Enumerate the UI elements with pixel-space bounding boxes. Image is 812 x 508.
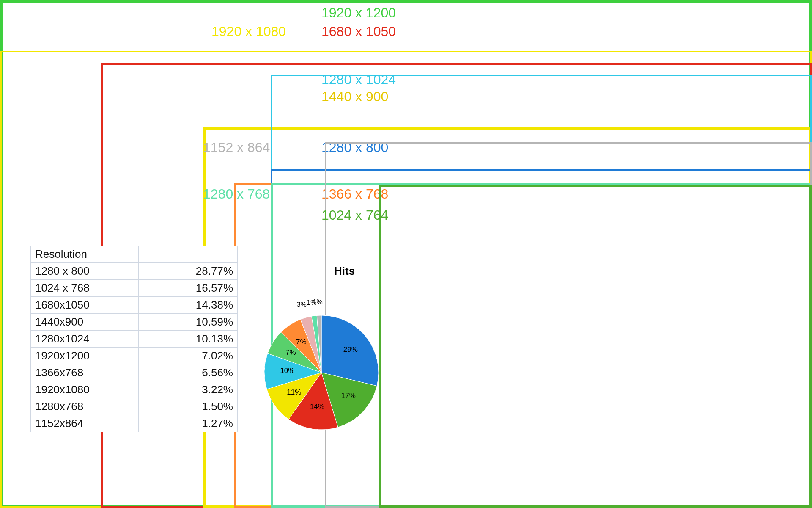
table-row: 1920x1080 3.22%: [31, 381, 238, 398]
pie-slice-label: 7%: [285, 348, 296, 357]
box-1680x1050-label: 1680 x 1050: [321, 24, 396, 39]
box-1280x768-label: 1280 x 768: [203, 186, 270, 202]
table-row: 812x508 7.02%: [31, 348, 238, 364]
table-row: 1440x900 10.59%: [31, 314, 238, 331]
table-row: 1366x768 6.56%: [31, 364, 238, 381]
pie-slice-label: 11%: [287, 388, 301, 397]
box-1920x1080-label: 1920 x 1080: [211, 24, 286, 39]
pie-slice-label: 1%: [313, 298, 322, 306]
table-row: 1680x1050 14.38%: [31, 297, 238, 314]
table-row: 1152x864 1.27%: [31, 415, 238, 432]
pie-slice-label: 17%: [341, 392, 356, 400]
table-row: 1024 x 768 16.57%: [31, 280, 238, 297]
pie-slice-label: 3%: [297, 301, 307, 309]
resolution-table: Resolution 1280 x 800 28.77%1024 x 768 1…: [30, 246, 238, 432]
table-row: 1280x768 1.50%: [31, 398, 238, 415]
pie-title: Hits: [334, 265, 355, 278]
table-row: 1280x1024 10.13%: [31, 331, 238, 348]
box-1280x1024-label: 1280 x 1024: [321, 72, 396, 88]
box-1024x764-label: 1024 x 764: [321, 207, 388, 223]
box-812x508-label: 812 x 508: [321, 5, 396, 21]
table-row: 1280 x 800 28.77%: [31, 263, 238, 280]
pie-slice-label: 14%: [310, 403, 324, 411]
box-1024x764: [379, 185, 812, 508]
pie-slice-label: 7%: [296, 338, 307, 346]
box-1152x864-label: 1152 x 864: [203, 140, 270, 155]
pie-slice-label: 29%: [343, 345, 358, 354]
pie-slice-label: 10%: [280, 367, 294, 375]
table-header-resolution: Resolution: [31, 246, 139, 263]
